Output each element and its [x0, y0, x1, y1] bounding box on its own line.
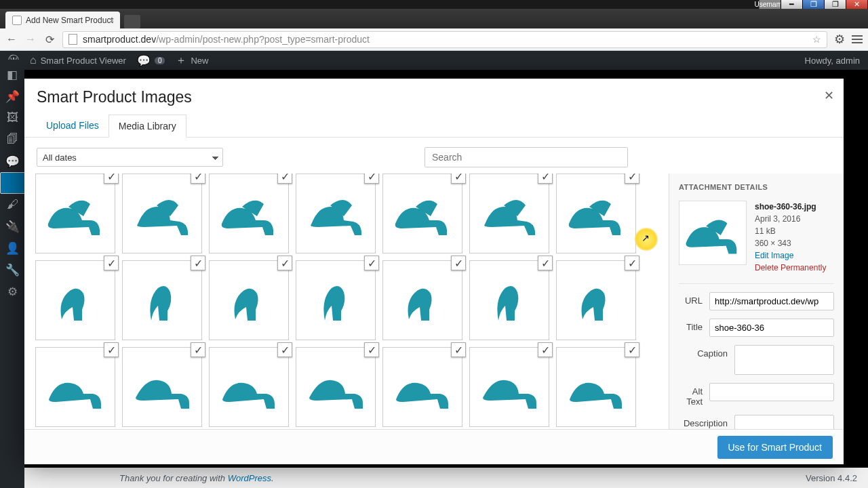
- shoe-image: [562, 186, 630, 241]
- address-bar[interactable]: smartproduct.dev/wp-admin/post-new.php?p…: [62, 31, 827, 48]
- bookmark-star-icon[interactable]: ☆: [812, 34, 821, 45]
- check-icon[interactable]: ✓: [538, 342, 553, 357]
- media-thumbnail[interactable]: ✓: [556, 347, 636, 427]
- media-thumbnail[interactable]: ✓: [296, 347, 376, 427]
- settings-gear-icon[interactable]: ⚙: [834, 32, 845, 47]
- check-icon[interactable]: ✓: [451, 256, 466, 270]
- check-icon[interactable]: ✓: [104, 174, 119, 184]
- media-thumbnail[interactable]: ✓: [209, 260, 289, 340]
- media-thumbnail[interactable]: ✓: [122, 260, 202, 340]
- modal-tabs: Upload Files Media Library: [24, 106, 844, 138]
- title-field[interactable]: [709, 319, 834, 337]
- details-thumbnail: [679, 201, 747, 265]
- shoe-image: [562, 273, 630, 327]
- browser-tabstrip: Add New Smart Product ×: [0, 9, 868, 28]
- caption-field[interactable]: [734, 345, 834, 375]
- new-tab-button[interactable]: [124, 15, 140, 28]
- check-icon[interactable]: ✓: [538, 256, 553, 270]
- check-icon[interactable]: ✓: [191, 342, 205, 357]
- check-icon[interactable]: ✓: [538, 174, 553, 184]
- shoe-image: [302, 186, 370, 241]
- date-filter-select[interactable]: All dates: [37, 148, 223, 167]
- url-field[interactable]: [709, 292, 834, 310]
- shoe-image: [41, 360, 109, 414]
- check-icon[interactable]: ✓: [277, 256, 292, 270]
- wp-new-link[interactable]: ＋New: [176, 54, 208, 68]
- media-thumbnail[interactable]: ✓: [122, 174, 202, 253]
- browser-tab[interactable]: Add New Smart Product ×: [5, 12, 120, 28]
- media-thumbnail[interactable]: ✓: [382, 174, 462, 253]
- edit-image-link[interactable]: Edit Image: [755, 249, 826, 262]
- wp-howdy[interactable]: Howdy, admin: [805, 56, 860, 66]
- check-icon[interactable]: ✓: [451, 342, 466, 357]
- check-icon[interactable]: ✓: [625, 256, 639, 270]
- check-icon[interactable]: ✓: [277, 342, 292, 357]
- media-thumbnail[interactable]: ✓: [296, 260, 376, 340]
- check-icon[interactable]: ✓: [191, 174, 205, 184]
- reload-button[interactable]: ⟳: [43, 33, 56, 46]
- forward-button[interactable]: →: [24, 33, 37, 45]
- os-maximize-button[interactable]: ❐: [802, 0, 825, 9]
- use-for-smart-product-button[interactable]: Use for Smart Product: [717, 436, 833, 459]
- os-close-button[interactable]: ✕: [846, 0, 868, 9]
- menu-pages-icon[interactable]: 🗐: [0, 129, 24, 150]
- menu-media-icon[interactable]: 🖾: [0, 107, 24, 129]
- media-thumbnail[interactable]: ✓: [35, 347, 115, 427]
- media-thumbnail[interactable]: ✓: [35, 260, 115, 340]
- media-thumbnail[interactable]: ✓: [209, 174, 289, 253]
- check-icon[interactable]: ✓: [625, 174, 639, 184]
- shoe-image: [475, 186, 543, 241]
- wp-footer-link[interactable]: WordPress: [228, 473, 271, 483]
- media-thumbnail[interactable]: ✓: [122, 347, 202, 427]
- menu-appearance-icon[interactable]: 🖌: [0, 194, 24, 216]
- os-minimize-button[interactable]: ━: [781, 0, 803, 9]
- check-icon[interactable]: ✓: [364, 174, 379, 184]
- menu-pin-icon[interactable]: 📌: [0, 85, 24, 107]
- check-icon[interactable]: ✓: [364, 342, 379, 357]
- media-thumbnail[interactable]: ✓: [469, 260, 549, 340]
- menu-comments-icon[interactable]: 💬: [0, 150, 24, 172]
- media-thumbnail[interactable]: ✓: [382, 347, 462, 427]
- menu-tools-icon[interactable]: 🔧: [0, 259, 24, 281]
- details-heading: ATTACHMENT DETAILS: [679, 183, 834, 191]
- check-icon[interactable]: ✓: [364, 256, 379, 270]
- menu-settings-icon[interactable]: ⚙: [0, 281, 24, 302]
- modal-close-icon[interactable]: ✕: [824, 88, 834, 103]
- description-field[interactable]: [734, 415, 834, 429]
- title-label: Title: [679, 319, 703, 332]
- menu-icon[interactable]: [852, 35, 863, 43]
- check-icon[interactable]: ✓: [104, 342, 119, 357]
- media-thumbnail[interactable]: ✓: [469, 347, 549, 427]
- check-icon[interactable]: ✓: [104, 256, 119, 270]
- media-thumbnail[interactable]: ✓: [209, 347, 289, 427]
- media-thumbnail[interactable]: ✓: [382, 260, 462, 340]
- media-thumbnail[interactable]: ✓: [296, 174, 376, 253]
- shoe-image: [302, 273, 370, 327]
- menu-plugins-icon[interactable]: 🔌: [0, 216, 24, 237]
- delete-permanently-link[interactable]: Delete Permanently: [755, 262, 826, 274]
- wp-comments-link[interactable]: 💬0: [137, 54, 165, 67]
- alt-text-field[interactable]: [709, 383, 834, 401]
- url-label: URL: [679, 292, 703, 306]
- tab-media-library[interactable]: Media Library: [108, 115, 186, 138]
- menu-users-icon[interactable]: 👤: [0, 237, 24, 259]
- check-icon[interactable]: ✓: [191, 256, 205, 270]
- shoe-image: [562, 360, 630, 414]
- wp-site-link[interactable]: ⌂Smart Product Viewer: [30, 54, 126, 66]
- tab-close-icon[interactable]: ×: [109, 15, 115, 25]
- media-thumbnail[interactable]: ✓: [556, 260, 636, 340]
- tab-upload-files[interactable]: Upload Files: [37, 115, 108, 137]
- shoe-image: [389, 273, 456, 327]
- check-icon[interactable]: ✓: [625, 342, 639, 357]
- media-thumbnail[interactable]: ✓: [469, 174, 549, 253]
- browser-toolbar: ← → ⟳ smartproduct.dev/wp-admin/post-new…: [0, 28, 868, 51]
- check-icon[interactable]: ✓: [277, 174, 292, 184]
- back-button[interactable]: ←: [5, 33, 18, 45]
- page-icon: [68, 34, 77, 45]
- menu-dashboard-icon[interactable]: ◧: [0, 64, 24, 85]
- media-thumbnail[interactable]: ✓: [556, 174, 636, 253]
- search-input[interactable]: [425, 147, 628, 167]
- check-icon[interactable]: ✓: [451, 174, 466, 184]
- media-thumbnail[interactable]: ✓: [35, 174, 115, 253]
- os-restore-button[interactable]: ❐: [824, 0, 846, 9]
